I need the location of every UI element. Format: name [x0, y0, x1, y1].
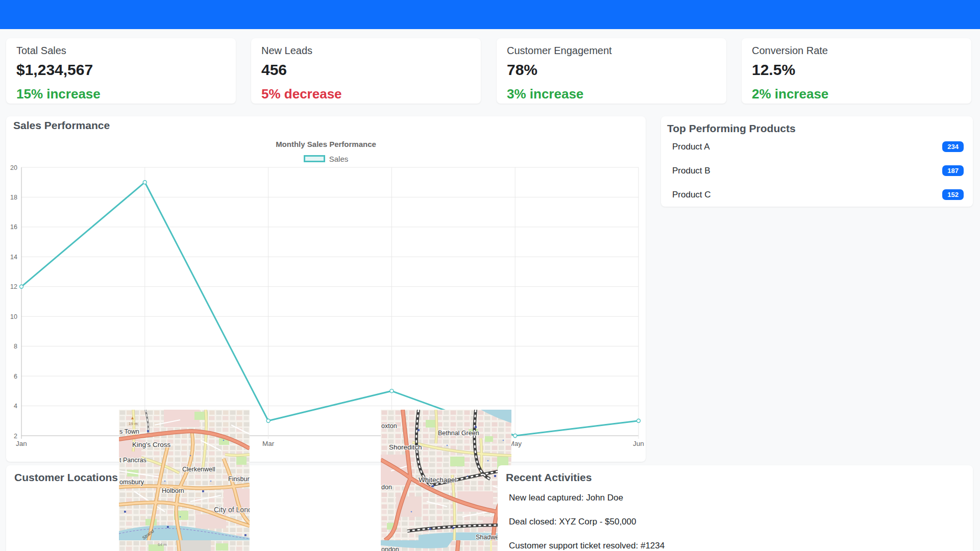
map-label-hoxton: oxton [381, 422, 397, 430]
map-tile-south-bank[interactable]: 64 m [119, 540, 250, 551]
kpi-card-conversion-rate: Conversion Rate 12.5% 2% increase [742, 38, 971, 104]
sales-performance-card: Sales Performance Monthly Sales Performa… [6, 116, 646, 462]
map-tile-london[interactable]: ondon [381, 540, 511, 551]
svg-text:14: 14 [10, 254, 17, 261]
svg-text:12: 12 [10, 283, 17, 290]
svg-text:Jun: Jun [633, 440, 644, 447]
svg-text:2: 2 [14, 433, 17, 440]
kpi-title: Customer Engagement [507, 45, 716, 57]
map-label-kings-cross: King's Cross [132, 441, 171, 448]
kpi-card-customer-engagement: Customer Engagement 78% 3% increase [497, 38, 726, 104]
legend-label: Sales [329, 155, 349, 163]
product-count-badge: 152 [942, 189, 964, 200]
svg-text:16: 16 [10, 223, 17, 231]
kpi-title: Total Sales [16, 45, 226, 57]
recent-activities-card: Recent Activities New lead captured: Joh… [498, 465, 973, 551]
chart-title: Monthly Sales Performance [6, 140, 646, 148]
svg-text:Mar: Mar [262, 440, 275, 447]
app-navbar [0, 0, 980, 29]
map-tile-column-left[interactable]: 19 m s Town King's Cross t Pancras Clerk… [119, 410, 250, 551]
product-row: Product C 152 [661, 183, 973, 207]
kpi-value: 78% [507, 61, 716, 79]
svg-text:10: 10 [10, 313, 17, 320]
kpi-change: 2% increase [752, 86, 961, 102]
sales-line-chart[interactable]: 2468101214161820JanFebMarAprMayJun [6, 164, 646, 453]
svg-text:6: 6 [14, 373, 17, 380]
svg-text:4: 4 [14, 403, 17, 410]
map-label-whitechapel: Whitechapel [419, 476, 456, 484]
map-tile-shoreditch[interactable]: oxton Bethnal Green Shoreditch Whitechap… [381, 410, 511, 540]
map-label-clerkenwell: Clerkenwell [182, 466, 215, 473]
svg-text:18: 18 [10, 194, 17, 201]
product-list: Product A 234 Product B 187 Product C 15… [661, 135, 973, 207]
map-label-peak: 19 m [129, 421, 138, 426]
map-label-city-of-london: City of Lond [214, 506, 250, 514]
svg-text:8: 8 [14, 343, 17, 350]
recent-activities-heading: Recent Activities [506, 471, 973, 484]
map-label-st-pancras: t Pancras [119, 457, 146, 464]
map-label-contour: 64 m [158, 542, 167, 547]
svg-text:Jan: Jan [16, 440, 27, 447]
kpi-change: 3% increase [507, 86, 716, 102]
product-row: Product B 187 [661, 159, 973, 183]
map-label-holborn: Holborn [162, 487, 184, 494]
svg-text:20: 20 [10, 164, 17, 171]
top-products-heading: Top Performing Products [667, 122, 973, 135]
kpi-change: 5% decrease [261, 86, 471, 102]
kpi-title: New Leads [261, 45, 471, 57]
product-name: Product C [672, 190, 711, 200]
map-tile-column-right[interactable]: oxton Bethnal Green Shoreditch Whitechap… [381, 410, 511, 551]
product-count-badge: 187 [942, 165, 964, 176]
kpi-value: 456 [261, 61, 471, 79]
map-label-bethnal-green: Bethnal Green [438, 430, 479, 437]
activity-item: Customer support ticket resolved: #1234 [506, 534, 973, 551]
product-name: Product B [672, 166, 710, 176]
kpi-card-new-leads: New Leads 456 5% decrease [251, 38, 481, 104]
product-row: Product A 234 [661, 135, 973, 159]
chart-legend[interactable]: Sales [6, 155, 646, 163]
map-label-shoreditch: Shoreditch [389, 443, 422, 451]
kpi-value: 12.5% [752, 61, 961, 79]
map-label-finsbury: Finsbury [228, 475, 250, 483]
activity-list: New lead captured: John Doe Deal closed:… [506, 486, 973, 551]
map-tile-kings-cross[interactable]: 19 m s Town King's Cross t Pancras Clerk… [119, 410, 250, 540]
product-name: Product A [672, 142, 710, 152]
top-products-card: Top Performing Products Product A 234 Pr… [661, 116, 973, 207]
kpi-value: $1,234,567 [16, 61, 226, 79]
map-label-camden-town: s Town [119, 428, 139, 435]
activity-item: New lead captured: John Doe [506, 486, 973, 510]
map-label-london-partial: don [381, 484, 392, 491]
kpi-change: 15% increase [16, 86, 226, 102]
map-label-bloomsbury: omsbury [119, 479, 144, 486]
kpi-title: Conversion Rate [752, 45, 961, 57]
product-count-badge: 234 [942, 141, 964, 152]
map-label-london: ondon [381, 546, 399, 551]
map-label-shadwell: Shadwe [476, 534, 499, 540]
sales-performance-heading: Sales Performance [13, 119, 646, 132]
legend-swatch [304, 155, 325, 162]
activity-item: Deal closed: XYZ Corp - $50,000 [506, 510, 973, 534]
kpi-card-total-sales: Total Sales $1,234,567 15% increase [6, 38, 236, 104]
